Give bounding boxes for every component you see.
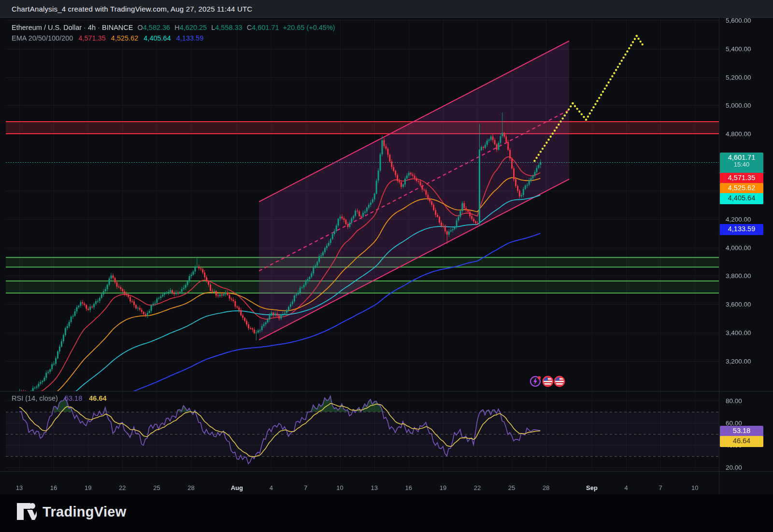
rsi-legend: RSI (14, close) 53.18 46.64 — [12, 393, 107, 404]
time-label: 19 — [440, 484, 446, 491]
economic-bolt-icon[interactable] — [530, 376, 541, 387]
ohlc-key: L — [211, 24, 215, 31]
price-tick: 3,600.00 — [726, 301, 751, 308]
time-label: 19 — [85, 484, 91, 491]
ema-label[interactable]: EMA 20/50/100/200 — [12, 34, 73, 42]
ema100-badge: 4,405.64 — [720, 193, 763, 204]
ohlc-val: 4,582.36 — [143, 24, 170, 31]
time-label: 10 — [336, 484, 343, 491]
price-tick: 5,400.00 — [726, 45, 751, 52]
price-tick: 4,800.00 — [726, 130, 751, 138]
price-tick: 3,200.00 — [726, 357, 751, 364]
symbol-row: Ethereum / U.S. Dollar · 4h · BINANCEO4,… — [12, 22, 335, 33]
time-label: 13 — [371, 484, 377, 491]
time-label: 4 — [270, 484, 273, 491]
ema-value: 4,525.62 — [111, 34, 138, 42]
ohlc-values: O4,582.36H4,620.25L4,558.33C4,601.71 — [133, 24, 279, 31]
price-tick: 3,800.00 — [726, 272, 751, 280]
rsi-tick: 20.00 — [726, 464, 742, 471]
ohlc-key: O — [137, 24, 143, 31]
price-tick: 5,600.00 — [726, 17, 751, 24]
time-label: 22 — [119, 484, 126, 491]
us-flag-icon[interactable] — [542, 376, 554, 387]
time-label-month: Aug — [231, 484, 243, 491]
time-label: 25 — [508, 484, 515, 491]
time-label: 4 — [624, 484, 628, 491]
ema-row: EMA 20/50/100/2004,571.354,525.624,405.6… — [12, 33, 335, 43]
brand-name: TradingView — [43, 504, 127, 520]
symbol-title[interactable]: Ethereum / U.S. Dollar — [12, 24, 82, 31]
price-tick: 4,000.00 — [726, 244, 751, 251]
price-tick: 5,200.00 — [726, 73, 751, 81]
rsi-value: 53.18 — [65, 394, 82, 402]
rsi-label[interactable]: RSI (14, close) — [12, 394, 58, 402]
rsi-ma-value: 46.64 — [89, 394, 106, 402]
tradingview-mark-icon — [16, 502, 37, 521]
time-label: 13 — [16, 484, 23, 491]
time-label: 25 — [153, 484, 160, 491]
time-label: 7 — [659, 484, 662, 491]
footer: TradingView — [0, 494, 773, 532]
time-label: 28 — [187, 484, 194, 491]
rsi-ma-badge: 46.64 — [720, 436, 763, 447]
tradingview-logo[interactable]: TradingView — [16, 502, 127, 521]
ema200-badge: 4,133.59 — [720, 224, 763, 235]
ohlc-key: H — [174, 24, 179, 31]
ohlc-val: 4,558.33 — [215, 24, 242, 31]
change-value: +20.65 (+0.45%) — [283, 24, 335, 31]
top-bar-text: ChartAnalysis_4 created with TradingView… — [12, 5, 252, 13]
price-tick: 4,200.00 — [726, 215, 751, 223]
ohlc-key: C — [247, 24, 252, 31]
ema-value: 4,405.64 — [143, 34, 171, 42]
current-price-badge: 4,601.7115:40 — [720, 153, 763, 174]
time-label: 10 — [691, 484, 698, 491]
ema-value: 4,133.59 — [176, 34, 203, 42]
time-label-month: Sep — [586, 484, 598, 491]
ohlc-val: 4,601.71 — [252, 24, 279, 31]
exchange-label: BINANCE — [102, 24, 133, 31]
us-flag-icon[interactable] — [554, 376, 565, 387]
top-bar: ChartAnalysis_4 created with TradingView… — [0, 0, 773, 18]
chart-canvas[interactable] — [0, 0, 773, 532]
symbol-legend: Ethereum / U.S. Dollar · 4h · BINANCEO4,… — [12, 22, 335, 43]
ohlc-val: 4,620.25 — [180, 24, 207, 31]
ema50-badge: 4,525.62 — [720, 183, 763, 194]
time-label: 7 — [304, 484, 307, 491]
time-label: 16 — [50, 484, 57, 491]
time-label: 16 — [405, 484, 412, 491]
time-label: 28 — [543, 484, 549, 491]
interval-label[interactable]: 4h — [88, 24, 96, 31]
price-tick: 3,400.00 — [726, 329, 751, 336]
price-tick: 5,000.00 — [726, 102, 751, 109]
rsi-tick: 80.00 — [726, 397, 742, 405]
time-label: 22 — [474, 484, 481, 491]
ema20-badge: 4,571.35 — [720, 173, 763, 184]
rsi-badge: 53.18 — [720, 426, 763, 437]
ema-value: 4,571.35 — [78, 34, 105, 42]
